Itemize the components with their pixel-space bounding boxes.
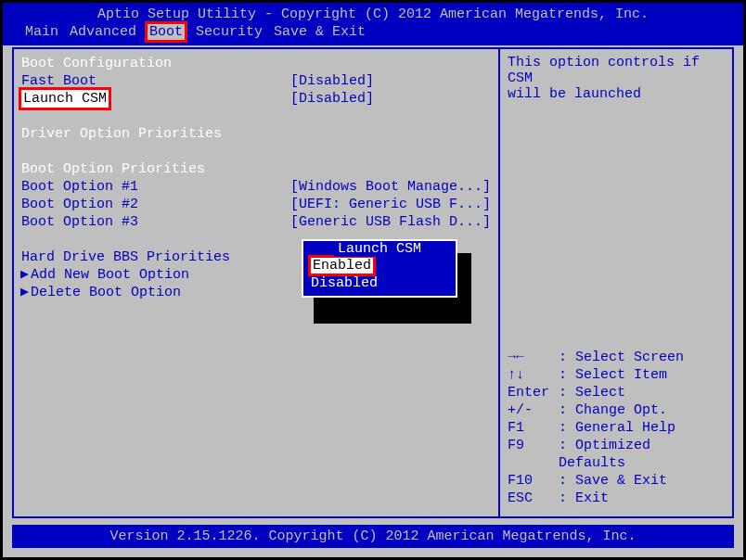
popup-launch-csm: Launch CSM Enabled Disabled bbox=[302, 239, 457, 298]
tab-boot[interactable]: Boot bbox=[148, 24, 185, 40]
menubar: Main Advanced Boot Security Save & Exit bbox=[3, 22, 743, 44]
row-fast-boot[interactable]: Fast Boot [Disabled] bbox=[21, 72, 491, 90]
boot-option-1-label: Boot Option #1 bbox=[21, 178, 290, 196]
section-driver-priorities: Driver Option Priorities bbox=[21, 125, 290, 143]
fast-boot-label: Fast Boot bbox=[21, 72, 290, 90]
header: Aptio Setup Utility - Copyright (C) 2012… bbox=[3, 3, 743, 45]
tab-security[interactable]: Security bbox=[196, 24, 263, 40]
help-text: : General Help bbox=[559, 419, 675, 437]
delete-boot-label: Delete Boot Option bbox=[21, 284, 290, 301]
boot-option-2-label: Boot Option #2 bbox=[21, 196, 290, 213]
boot-option-2-value: [UEFI: Generic USB F...] bbox=[290, 196, 491, 213]
help-text: : Optimized Defaults bbox=[559, 437, 725, 472]
right-panel: This option controls if CSM will be laun… bbox=[498, 47, 734, 518]
launch-csm-label: Launch CSM bbox=[21, 90, 109, 108]
help-text: : Change Opt. bbox=[559, 401, 667, 419]
footer: Version 2.15.1226. Copyright (C) 2012 Am… bbox=[12, 525, 734, 548]
hard-drive-bbs-label: Hard Drive BBS Priorities bbox=[21, 248, 290, 266]
row-boot-option-3[interactable]: Boot Option #3 [Generic USB Flash D...] bbox=[21, 213, 491, 231]
fast-boot-value: [Disabled] bbox=[290, 72, 491, 90]
launch-csm-value: [Disabled] bbox=[290, 90, 491, 108]
help-key: ESC bbox=[508, 490, 559, 507]
help-text: : Save & Exit bbox=[559, 472, 667, 490]
section-boot-priorities: Boot Option Priorities bbox=[21, 160, 290, 178]
help-key: F1 bbox=[508, 419, 559, 437]
help-text: : Select bbox=[559, 384, 625, 401]
popup-option-disabled[interactable]: Disabled bbox=[311, 274, 448, 292]
option-description: This option controls if CSM bbox=[508, 55, 725, 86]
triangle-icon: ▶ bbox=[20, 284, 29, 301]
boot-option-3-value: [Generic USB Flash D...] bbox=[290, 213, 491, 231]
section-boot-config: Boot Configuration bbox=[21, 55, 290, 72]
help-key: Enter bbox=[508, 384, 559, 401]
tab-main[interactable]: Main bbox=[25, 24, 58, 40]
row-launch-csm[interactable]: Launch CSM [Disabled] bbox=[21, 90, 491, 108]
popup-option-enabled[interactable]: Enabled bbox=[311, 257, 448, 274]
help-key: →← bbox=[508, 349, 559, 366]
boot-option-1-value: [Windows Boot Manage...] bbox=[290, 178, 491, 196]
tab-save-exit[interactable]: Save & Exit bbox=[274, 24, 366, 40]
boot-option-3-label: Boot Option #3 bbox=[21, 213, 290, 231]
option-description: will be launched bbox=[508, 86, 725, 102]
app-title: Aptio Setup Utility - Copyright (C) 2012… bbox=[3, 6, 743, 22]
help-text: : Select Item bbox=[559, 366, 667, 384]
popup-title: Launch CSM bbox=[334, 241, 425, 257]
row-boot-option-1[interactable]: Boot Option #1 [Windows Boot Manage...] bbox=[21, 178, 491, 196]
triangle-icon: ▶ bbox=[20, 266, 29, 284]
help-key: ↑↓ bbox=[508, 366, 559, 384]
help-key: +/- bbox=[508, 401, 559, 419]
help-key: F10 bbox=[508, 472, 559, 490]
help-text: : Select Screen bbox=[559, 349, 684, 366]
add-new-boot-label: Add New Boot Option bbox=[21, 266, 290, 284]
help-key: F9 bbox=[508, 437, 559, 472]
row-boot-option-2[interactable]: Boot Option #2 [UEFI: Generic USB F...] bbox=[21, 196, 491, 213]
bios-window: Aptio Setup Utility - Copyright (C) 2012… bbox=[3, 3, 743, 557]
help-text: : Exit bbox=[559, 490, 609, 507]
key-help: →←: Select Screen ↑↓: Select Item Enter:… bbox=[508, 349, 725, 507]
tab-advanced[interactable]: Advanced bbox=[70, 24, 136, 40]
